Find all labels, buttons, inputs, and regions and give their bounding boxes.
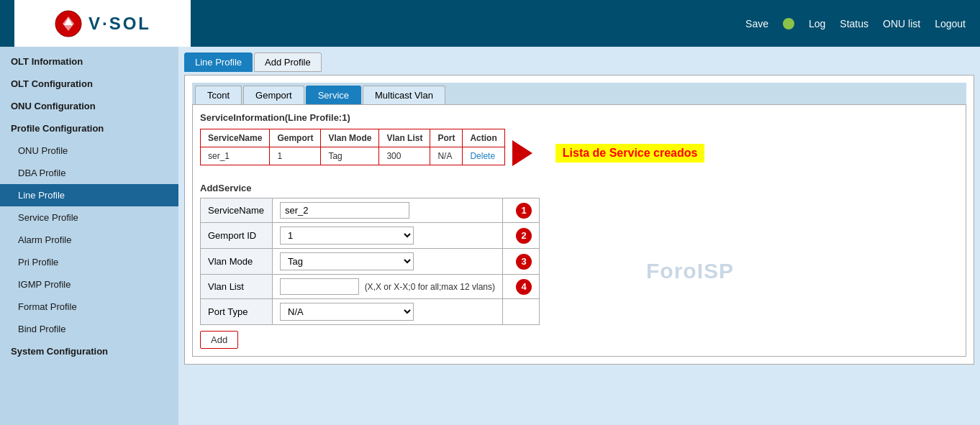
cell-port: N/A <box>430 147 463 165</box>
sub-tab-tcont[interactable]: Tcont <box>195 86 242 104</box>
col-service-name: ServiceName <box>201 129 270 147</box>
input-cell-service-name <box>273 198 503 223</box>
gemport-id-select[interactable]: 1 2 3 4 <box>280 227 414 245</box>
input-cell-port-type: N/A ETH POTS <box>273 299 503 325</box>
logo-text: V·SOL <box>89 14 151 34</box>
primary-tab-row: Line Profile Add Profile <box>184 52 974 72</box>
badge-cell-2: 2 <box>503 223 540 249</box>
input-cell-gemport-id: 1 2 3 4 <box>273 223 503 249</box>
logout-link[interactable]: Logout <box>935 18 966 29</box>
annotation-row: ServiceName Gemport Vlan Mode Vlan List … <box>200 129 958 177</box>
form-row-service-name: ServiceName 1 <box>201 198 540 223</box>
badge-cell-1: 1 <box>503 198 540 223</box>
sidebar-item-olt-information[interactable]: OLT Information <box>0 50 178 73</box>
col-vlan-mode: Vlan Mode <box>321 129 379 147</box>
sidebar-item-onu-profile[interactable]: ONU Profile <box>0 140 178 162</box>
col-gemport: Gemport <box>270 129 321 147</box>
badge-4: 4 <box>516 279 532 295</box>
save-label: Save <box>745 18 768 29</box>
vlan-list-input[interactable] <box>280 278 359 295</box>
watermark: ForoISP <box>646 259 734 283</box>
header-right: Save Log Status ONU list Logout <box>745 18 966 29</box>
form-row-vlan-list: Vlan List (X,X or X-X;0 for all;max 12 v… <box>201 275 540 299</box>
panel-body: ServiceInformation(Line Profile:1) Servi… <box>192 105 966 357</box>
main-layout: OLT Information OLT Configuration ONU Co… <box>0 47 980 425</box>
badge-cell-4: 4 <box>503 275 540 299</box>
service-table: ServiceName Gemport Vlan Mode Vlan List … <box>200 129 505 165</box>
add-service-form: ServiceName 1 Gemport ID 1 2 3 <box>200 198 540 325</box>
sidebar-item-dba-profile[interactable]: DBA Profile <box>0 162 178 184</box>
onu-list-link[interactable]: ONU list <box>883 18 920 29</box>
form-row-vlan-mode: Vlan Mode Tag Transparent Translate 3 <box>201 249 540 275</box>
cell-vlan-mode: Tag <box>321 147 379 165</box>
add-button[interactable]: Add <box>200 331 238 349</box>
content-area: Line Profile Add Profile Tcont Gemport S… <box>178 47 980 425</box>
status-indicator <box>783 18 794 29</box>
label-gemport-id: Gemport ID <box>201 223 273 249</box>
col-action: Action <box>463 129 504 147</box>
badge-3: 3 <box>516 254 532 270</box>
badge-1: 1 <box>516 203 532 219</box>
log-link[interactable]: Log <box>809 18 825 29</box>
service-name-input[interactable] <box>280 202 409 219</box>
service-info-title: ServiceInformation(Line Profile:1) <box>200 112 958 123</box>
label-vlan-mode: Vlan Mode <box>201 249 273 275</box>
label-service-name: ServiceName <box>201 198 273 223</box>
main-panel: Tcont Gemport Service Multicast Vlan Ser… <box>184 75 974 365</box>
form-row-gemport-id: Gemport ID 1 2 3 4 2 <box>201 223 540 249</box>
table-row: ser_1 1 Tag 300 N/A Delete <box>201 147 505 165</box>
sub-tab-multicast-vlan[interactable]: Multicast Vlan <box>363 86 445 104</box>
form-row-port-type: Port Type N/A ETH POTS <box>201 299 540 325</box>
sub-tab-row: Tcont Gemport Service Multicast Vlan <box>192 83 966 105</box>
sub-tab-service[interactable]: Service <box>306 86 361 104</box>
delete-link[interactable]: Delete <box>470 151 495 161</box>
label-port-type: Port Type <box>201 299 273 325</box>
tab-line-profile[interactable]: Line Profile <box>184 52 253 72</box>
sidebar: OLT Information OLT Configuration ONU Co… <box>0 47 178 425</box>
sidebar-item-bind-profile[interactable]: Bind Profile <box>0 318 178 340</box>
badge-cell-3: 3 <box>503 249 540 275</box>
annotation-text: Lista de Service creados <box>555 144 705 163</box>
sidebar-item-profile-configuration[interactable]: Profile Configuration <box>0 117 178 140</box>
sidebar-item-olt-configuration[interactable]: OLT Configuration <box>0 73 178 95</box>
annotation-arrow <box>512 140 548 166</box>
cell-action[interactable]: Delete <box>463 147 504 165</box>
vsol-logo-icon <box>54 9 83 38</box>
vlan-list-hint: (X,X or X-X;0 for all;max 12 vlans) <box>365 282 495 292</box>
badge-2: 2 <box>516 228 532 244</box>
vlan-mode-select[interactable]: Tag Transparent Translate <box>280 252 414 270</box>
tab-add-profile[interactable]: Add Profile <box>254 52 322 72</box>
input-cell-vlan-mode: Tag Transparent Translate <box>273 249 503 275</box>
col-port: Port <box>430 129 463 147</box>
sub-tab-gemport[interactable]: Gemport <box>243 86 304 104</box>
sidebar-item-pri-profile[interactable]: Pri Profile <box>0 251 178 273</box>
cell-vlan-list: 300 <box>379 147 430 165</box>
empty-cell <box>503 299 540 325</box>
cell-service-name: ser_1 <box>201 147 270 165</box>
sidebar-item-alarm-profile[interactable]: Alarm Profile <box>0 229 178 251</box>
sidebar-item-igmp-profile[interactable]: IGMP Profile <box>0 273 178 296</box>
add-service-title: AddService <box>200 183 958 193</box>
cell-gemport: 1 <box>270 147 321 165</box>
logo-area: V·SOL <box>14 0 191 47</box>
sidebar-item-system-configuration[interactable]: System Configuration <box>0 340 178 362</box>
label-vlan-list: Vlan List <box>201 275 273 299</box>
col-vlan-list: Vlan List <box>379 129 430 147</box>
status-link[interactable]: Status <box>840 18 868 29</box>
input-cell-vlan-list: (X,X or X-X;0 for all;max 12 vlans) <box>273 275 503 299</box>
sidebar-item-format-profile[interactable]: Format Profile <box>0 296 178 318</box>
sidebar-item-onu-configuration[interactable]: ONU Configuration <box>0 95 178 117</box>
header: V·SOL Save Log Status ONU list Logout <box>0 0 980 47</box>
sidebar-item-service-profile[interactable]: Service Profile <box>0 206 178 229</box>
sidebar-item-line-profile[interactable]: Line Profile <box>0 184 178 206</box>
port-type-select[interactable]: N/A ETH POTS <box>280 303 414 321</box>
